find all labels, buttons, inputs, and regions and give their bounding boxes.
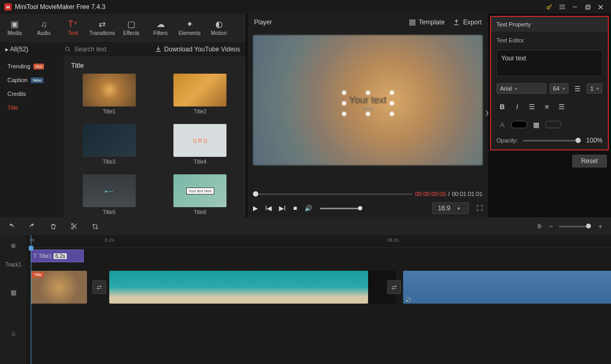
category-all[interactable]: ▸ All(52) xyxy=(5,46,58,53)
zoom-out-button[interactable]: − xyxy=(549,223,553,230)
transition-marker[interactable]: ⇄ xyxy=(387,280,401,294)
transition-marker[interactable]: ⇄ xyxy=(92,280,106,294)
template-button[interactable]: Template xyxy=(409,19,445,26)
resize-handle[interactable] xyxy=(342,112,346,116)
video-clip-3[interactable]: 🔊 xyxy=(403,271,611,304)
motion-icon: ◐ xyxy=(215,19,223,29)
search-input[interactable]: Search text xyxy=(65,46,107,53)
align-left-button[interactable]: ☰ xyxy=(526,101,538,112)
svg-rect-1 xyxy=(587,5,590,8)
text-overlay[interactable]: Your text here xyxy=(343,92,392,114)
redo-button[interactable] xyxy=(29,223,36,230)
font-select[interactable]: Arial▾ xyxy=(496,83,546,94)
align-center-button[interactable]: ≡ xyxy=(541,101,553,112)
resize-handle[interactable] xyxy=(390,91,394,95)
elements-icon: ✦ xyxy=(186,19,193,29)
line-height-icon: ☰ xyxy=(572,83,583,94)
align-right-button[interactable]: ☰ xyxy=(556,101,568,112)
resize-handle[interactable] xyxy=(390,112,394,116)
resize-handle[interactable] xyxy=(365,112,370,116)
fullscreen-button[interactable]: ⛶ xyxy=(476,205,483,212)
delete-button[interactable] xyxy=(50,223,57,230)
preview-canvas[interactable]: Your text here xyxy=(253,35,483,165)
expand-panel-icon[interactable]: ❯ xyxy=(485,110,489,116)
title-thumb-4[interactable]: ıı✕ııTitle4 xyxy=(162,124,239,165)
title-thumb-2[interactable]: Title2 xyxy=(162,74,239,114)
title-thumb-3[interactable]: Title3 xyxy=(71,124,147,165)
title-thumb-5[interactable]: ▸—Title5 xyxy=(71,174,147,215)
crop-button[interactable] xyxy=(92,223,99,230)
font-size-select[interactable]: 64▾ xyxy=(549,83,569,94)
menu-icon[interactable] xyxy=(556,1,569,13)
export-icon xyxy=(453,19,460,26)
volume-slider[interactable] xyxy=(320,208,362,209)
stop-button[interactable]: ■ xyxy=(293,205,297,212)
title-thumb-6[interactable]: Your text hereTitle6 xyxy=(162,174,239,215)
sidebar-item-caption[interactable]: CaptionNew xyxy=(0,73,64,87)
zoom-knob[interactable] xyxy=(586,224,591,228)
opacity-slider[interactable] xyxy=(523,140,581,141)
tab-elements[interactable]: ✦Elements xyxy=(175,14,204,41)
sidebar-item-credits[interactable]: Credits xyxy=(0,87,64,101)
bold-button[interactable]: B xyxy=(496,101,508,112)
reset-button[interactable]: Reset xyxy=(572,155,607,167)
video-track-icon[interactable]: ▦ xyxy=(0,282,27,303)
tab-motion[interactable]: ◐Motion xyxy=(204,14,233,41)
italic-button[interactable]: I xyxy=(511,101,523,112)
svg-rect-6 xyxy=(409,23,412,25)
tab-text[interactable]: T⁺Text xyxy=(58,14,88,41)
minimize-icon[interactable] xyxy=(569,1,581,13)
title-clip[interactable]: T Title1 6.2s xyxy=(31,250,84,262)
timeline-track-headers: ⊕ Track1 ▦ ♫ xyxy=(0,235,27,364)
text-color-swatch[interactable] xyxy=(511,121,527,128)
tab-filters[interactable]: ☁Filters xyxy=(146,14,175,41)
zoom-slider[interactable] xyxy=(559,226,591,227)
aspect-ratio-select[interactable]: 16:9▾ xyxy=(432,202,469,214)
opacity-knob[interactable] xyxy=(575,138,581,143)
filters-icon: ☁ xyxy=(156,19,165,29)
main-toolbar: ▣Media ♫Audio T⁺Text ⇄Transitions ▢Effec… xyxy=(0,14,246,41)
undo-button[interactable] xyxy=(7,223,15,230)
sidebar-item-title[interactable]: Title xyxy=(0,101,64,114)
audio-track-icon[interactable]: ♫ xyxy=(0,323,27,344)
text-icon: T⁺ xyxy=(68,19,78,29)
upgrade-key-icon[interactable] xyxy=(543,1,556,13)
close-icon[interactable] xyxy=(594,1,607,13)
next-frame-button[interactable]: ▶I xyxy=(279,205,285,212)
prev-frame-button[interactable]: I◀ xyxy=(265,205,272,212)
volume-knob[interactable] xyxy=(358,206,362,210)
timeline-ruler[interactable]: 0s 6.2s 36.2s xyxy=(27,235,611,248)
play-button[interactable]: ▶ xyxy=(253,205,258,212)
title-thumb-1[interactable]: Title1 xyxy=(71,74,147,114)
playhead[interactable] xyxy=(31,235,31,364)
tab-transitions[interactable]: ⇄Transitions xyxy=(88,14,117,41)
speaker-icon: 🔊 xyxy=(405,297,411,303)
timeline-area[interactable]: 0s 6.2s 36.2s T Title1 6.2s Title ⇄ ⇄ 🔊 xyxy=(27,235,611,364)
bg-color-swatch[interactable] xyxy=(545,121,561,128)
add-track-button[interactable]: ⊕ xyxy=(0,235,27,256)
resize-handle[interactable] xyxy=(342,101,346,105)
zoom-in-button[interactable]: ＋ xyxy=(597,222,604,231)
resize-handle[interactable] xyxy=(342,91,346,95)
video-clip-2[interactable] xyxy=(109,271,368,304)
download-youtube-button[interactable]: Download YouTube Videos xyxy=(155,46,240,53)
resize-handle[interactable] xyxy=(390,101,394,105)
maximize-icon[interactable] xyxy=(581,1,594,13)
export-button[interactable]: Export xyxy=(453,19,482,26)
tab-effects[interactable]: ▢Effects xyxy=(117,14,146,41)
app-logo-icon: M xyxy=(4,3,12,11)
progress-knob[interactable] xyxy=(253,191,258,197)
fit-button[interactable]: ⊪ xyxy=(537,223,543,230)
split-button[interactable] xyxy=(71,223,78,230)
title-tag: Title xyxy=(32,272,44,278)
video-clip-1[interactable]: Title xyxy=(31,271,87,304)
tab-audio[interactable]: ♫Audio xyxy=(29,14,58,41)
progress-bar[interactable] xyxy=(253,193,412,195)
resize-handle[interactable] xyxy=(365,91,370,95)
text-editor-input[interactable]: Your text xyxy=(496,50,603,76)
line-height-select[interactable]: 1▾ xyxy=(587,83,603,94)
svg-point-3 xyxy=(66,47,69,50)
sidebar-item-trending[interactable]: TrendingHot xyxy=(0,59,64,73)
volume-icon[interactable]: 🔊 xyxy=(304,205,312,212)
tab-media[interactable]: ▣Media xyxy=(0,14,29,41)
